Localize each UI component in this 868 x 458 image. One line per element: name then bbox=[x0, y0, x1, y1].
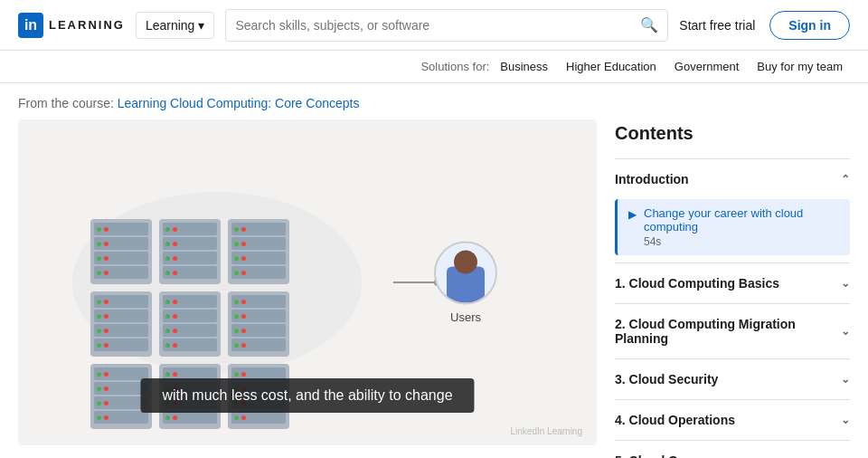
chevron-down-icon: ⌄ bbox=[841, 373, 850, 386]
server-row bbox=[231, 411, 286, 424]
dot-green bbox=[165, 372, 170, 377]
active-lesson-item[interactable]: ▶ Change your career with cloud computin… bbox=[615, 199, 850, 255]
dot-green bbox=[97, 300, 101, 304]
dot-red bbox=[241, 242, 246, 246]
dot-red bbox=[104, 242, 108, 246]
toc-section-basics: 1. Cloud Computing Basics ⌄ bbox=[615, 262, 850, 303]
server-unit bbox=[159, 219, 221, 284]
active-item-details: Change your career with cloud computing … bbox=[644, 206, 839, 248]
toc-section-label: 2. Cloud Computing Migration Planning bbox=[615, 317, 841, 346]
server-row bbox=[163, 252, 217, 264]
dot-green bbox=[234, 256, 239, 261]
toc-section-header-operations[interactable]: 4. Cloud Operations ⌄ bbox=[615, 400, 850, 440]
server-row bbox=[94, 266, 148, 279]
dot-green bbox=[234, 300, 239, 304]
toc-section-header-migration[interactable]: 2. Cloud Computing Migration Planning ⌄ bbox=[615, 304, 850, 358]
toc-section-header-basics[interactable]: 1. Cloud Computing Basics ⌄ bbox=[615, 263, 850, 303]
dot-red bbox=[104, 271, 108, 275]
video-container[interactable]: Users with much less cost, and the abili… bbox=[18, 119, 597, 445]
toc-section-header-governance[interactable]: 5. Cloud Governance ⌄ bbox=[615, 441, 850, 458]
header-actions: Start free trial Sign in bbox=[679, 11, 850, 40]
start-trial-link[interactable]: Start free trial bbox=[679, 18, 755, 33]
toc-section-label: 4. Cloud Operations bbox=[615, 413, 735, 427]
sign-in-button[interactable]: Sign in bbox=[769, 11, 850, 40]
dot-red bbox=[241, 256, 246, 261]
sub-nav-government[interactable]: Government bbox=[667, 60, 747, 73]
dot-red bbox=[173, 314, 177, 319]
server-row bbox=[231, 266, 286, 279]
server-row bbox=[94, 411, 148, 424]
dot-red bbox=[173, 227, 177, 232]
dot-red bbox=[241, 372, 246, 377]
dot-green bbox=[234, 329, 239, 333]
dot-green bbox=[97, 415, 101, 420]
learning-wordmark: LEARNING bbox=[49, 18, 125, 32]
dot-green bbox=[97, 329, 101, 333]
toc-section-label: 1. Cloud Computing Basics bbox=[615, 276, 779, 291]
dot-red bbox=[104, 329, 108, 333]
dot-red bbox=[241, 314, 246, 319]
dot-red bbox=[173, 271, 177, 275]
search-icon-button[interactable]: 🔍 bbox=[640, 16, 658, 33]
sub-nav-business[interactable]: Business bbox=[493, 60, 555, 73]
toc-section-label: 5. Cloud Governance bbox=[615, 453, 741, 458]
dot-green bbox=[165, 343, 170, 348]
dot-red bbox=[241, 227, 246, 232]
dot-green bbox=[165, 256, 170, 261]
dot-green bbox=[234, 271, 239, 275]
server-row bbox=[163, 295, 217, 308]
search-input[interactable] bbox=[235, 18, 640, 33]
server-unit bbox=[228, 291, 289, 357]
sub-nav-higher-ed[interactable]: Higher Education bbox=[559, 60, 664, 73]
dot-green bbox=[97, 343, 101, 348]
dot-green bbox=[165, 314, 170, 319]
server-row bbox=[94, 324, 148, 337]
active-item-title: Change your career with cloud computing bbox=[644, 206, 839, 234]
server-row bbox=[94, 310, 148, 322]
server-row bbox=[231, 295, 286, 308]
dot-red bbox=[104, 343, 108, 348]
solutions-label: Solutions for: bbox=[420, 60, 489, 73]
contents-panel: Contents Introduction ⌃ ▶ Change your ca… bbox=[615, 119, 850, 458]
sub-nav-buy[interactable]: Buy for my team bbox=[750, 60, 850, 73]
dot-green bbox=[234, 242, 239, 246]
server-row bbox=[163, 266, 217, 279]
toc-section-label: 3. Cloud Security bbox=[615, 372, 718, 386]
toc-section-content-introduction: ▶ Change your career with cloud computin… bbox=[615, 199, 850, 262]
dot-green bbox=[234, 415, 239, 420]
server-unit bbox=[228, 219, 289, 284]
server-unit bbox=[90, 291, 152, 357]
server-row bbox=[163, 324, 217, 337]
server-unit bbox=[159, 291, 221, 357]
server-unit bbox=[90, 219, 152, 284]
server-row bbox=[163, 339, 217, 351]
connection-line bbox=[393, 281, 439, 283]
toc-section-operations: 4. Cloud Operations ⌄ bbox=[615, 399, 850, 440]
toc-section-security: 3. Cloud Security ⌄ bbox=[615, 358, 850, 399]
video-caption: with much less cost, and the ability to … bbox=[140, 378, 474, 413]
dot-green bbox=[97, 242, 101, 246]
server-row bbox=[94, 223, 148, 235]
server-row bbox=[231, 252, 286, 264]
toc-section-header-security[interactable]: 3. Cloud Security ⌄ bbox=[615, 359, 850, 399]
main-layout: Users with much less cost, and the abili… bbox=[0, 119, 868, 458]
dot-green bbox=[97, 271, 101, 275]
chevron-down-icon: ⌄ bbox=[841, 454, 850, 458]
dot-red bbox=[104, 372, 108, 377]
course-link[interactable]: Learning Cloud Computing: Core Concepts bbox=[118, 96, 360, 110]
server-row bbox=[163, 411, 217, 424]
dot-red bbox=[173, 242, 177, 246]
search-bar: 🔍 bbox=[225, 9, 668, 42]
server-row bbox=[163, 237, 217, 250]
server-row bbox=[94, 237, 148, 250]
dot-green bbox=[165, 300, 170, 304]
dot-green bbox=[234, 343, 239, 348]
nav-dropdown[interactable]: Learning ▾ bbox=[136, 12, 215, 39]
toc-section-header-introduction[interactable]: Introduction ⌃ bbox=[615, 159, 850, 199]
dot-red bbox=[173, 256, 177, 261]
dot-red bbox=[241, 271, 246, 275]
dot-red bbox=[241, 343, 246, 348]
dot-red bbox=[173, 343, 177, 348]
dot-red bbox=[104, 415, 108, 420]
breadcrumb: From the course: Learning Cloud Computin… bbox=[0, 83, 868, 119]
